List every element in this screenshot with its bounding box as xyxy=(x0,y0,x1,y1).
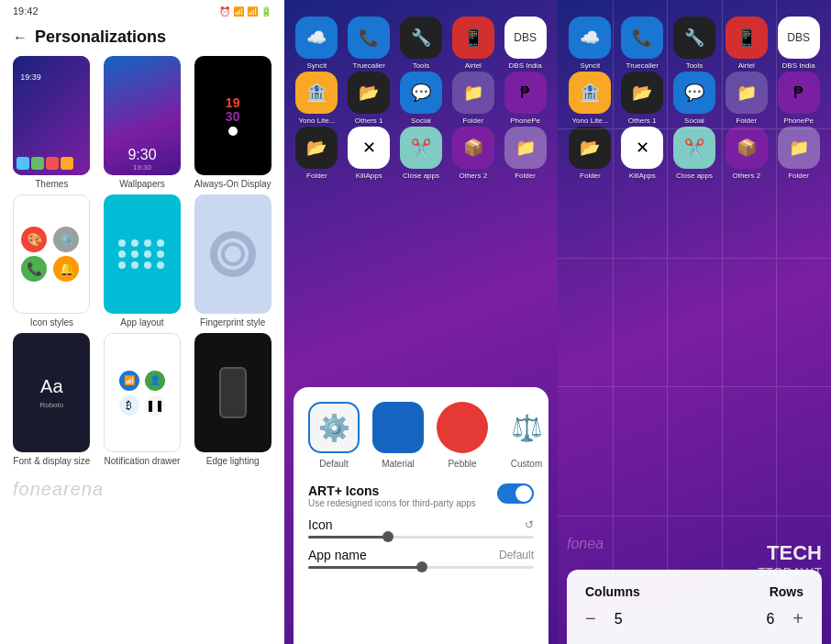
person-icon: 👤 xyxy=(145,371,165,391)
battery-icon: 🔋 xyxy=(260,6,271,17)
icon-slider-fill xyxy=(308,536,387,539)
truecaller-icon: 📞 xyxy=(348,17,390,59)
wallpapers-item[interactable]: 9:30 19:30 Wallpapers xyxy=(100,56,185,189)
rows-counter: 6 + xyxy=(766,608,803,629)
folder1-icon: 📁 xyxy=(452,72,494,114)
font-item[interactable]: Aa Roboto Font & display size xyxy=(9,333,94,466)
list-item[interactable]: 📁 Folder xyxy=(449,72,496,125)
style-option-pebble[interactable]: Pebble xyxy=(437,402,488,469)
art-icons-subtitle: Use redesigned icons for third-party app… xyxy=(308,498,476,508)
is-icon-orange: 🔔 xyxy=(53,256,79,282)
syncit-icon: ☁️ xyxy=(295,17,338,59)
list-item[interactable]: 📂 Folder xyxy=(294,127,340,180)
rows-increment[interactable]: + xyxy=(792,608,803,629)
app-name-label: App name xyxy=(308,548,367,562)
app-layout-label: App layout xyxy=(120,317,163,328)
mid-watermark: fonearena xyxy=(294,618,360,635)
aod-item[interactable]: 19 30 Always-On Display xyxy=(190,56,275,189)
list-item[interactable]: 💬 Social xyxy=(398,72,445,125)
default-style-icon: ⚙️ xyxy=(308,402,360,453)
list-item[interactable]: 📁 Folder xyxy=(502,127,548,180)
list-item[interactable]: 📞 Truecaller xyxy=(346,17,393,70)
killapps-icon: ✕ xyxy=(348,127,390,169)
page-title: Personalizations xyxy=(35,28,166,47)
icon-reset[interactable]: ↺ xyxy=(525,518,534,531)
columns-decrement[interactable]: − xyxy=(585,608,596,629)
icon-setting-label: Icon xyxy=(308,517,332,532)
icon-setting-row: Icon ↺ xyxy=(308,517,534,532)
list-item[interactable]: 🏦 Yono Lite... xyxy=(294,72,340,125)
font-name: Roboto xyxy=(39,401,63,409)
alarm-icon: ⏰ xyxy=(219,6,230,17)
art-icons-title: ART+ Icons xyxy=(308,483,476,498)
status-time: 19:42 xyxy=(13,6,39,17)
app-name-value: Default xyxy=(499,549,534,561)
list-item[interactable]: ✂️ Close apps xyxy=(398,127,445,180)
app-name-slider-thumb[interactable] xyxy=(416,561,427,572)
fingerprint-thumbnail xyxy=(194,194,271,314)
font-label: Font & display size xyxy=(13,456,90,466)
style-option-material[interactable]: Material xyxy=(372,402,424,469)
rows-value: 6 xyxy=(766,611,774,627)
folder2-icon: 📂 xyxy=(295,127,338,169)
app-name-slider-track[interactable] xyxy=(308,566,534,569)
fingerprint-label: Fingerprint style xyxy=(200,317,265,328)
pebble-style-label: Pebble xyxy=(448,459,476,469)
columns-value: 5 xyxy=(615,611,623,627)
font-aa: Aa xyxy=(40,376,62,397)
sim-icon: 📶 xyxy=(233,6,244,17)
edge-phone xyxy=(219,367,247,418)
fingerprint-item[interactable]: Fingerprint style xyxy=(190,194,275,328)
icon-styles-label: Icon styles xyxy=(30,317,73,328)
custom-style-label: Custom xyxy=(511,459,542,469)
icon-slider-track[interactable] xyxy=(308,536,534,539)
icon-slider-thumb[interactable] xyxy=(382,531,393,542)
list-item[interactable]: DBS DBS India xyxy=(502,17,548,70)
notification-item[interactable]: 📶 👤 ₿ ❚❚ Notification drawer xyxy=(100,333,185,466)
columns-label: Columns xyxy=(585,584,640,599)
right-watermark: fonea xyxy=(567,536,604,552)
signal-icon: 📶 xyxy=(247,6,258,17)
aod-red: 19 xyxy=(226,96,240,109)
art-icons-row: ART+ Icons Use redesigned icons for thir… xyxy=(308,483,534,508)
list-item[interactable]: 📂 Others 1 xyxy=(346,72,393,125)
list-item[interactable]: ₱ PhonePe xyxy=(502,72,548,125)
icon-styles-thumbnail: 🎨 ⚙️ 📞 🔔 xyxy=(13,194,90,314)
pebble-style-icon xyxy=(437,402,488,453)
list-item[interactable]: 📦 Others 2 xyxy=(449,127,496,180)
is-icon-red: 🎨 xyxy=(21,227,47,252)
mid-app-grid: ☁️ Syncit 📞 Truecaller 🔧 Tools 📱 Airtel … xyxy=(284,0,558,180)
back-button[interactable]: ← xyxy=(13,29,28,46)
themes-label: Themes xyxy=(35,179,68,189)
others2-icon: 📦 xyxy=(452,127,494,169)
col-row-controls: − 5 6 + xyxy=(585,608,803,629)
app-layout-thumbnail xyxy=(104,194,181,314)
list-item[interactable]: ✕ KillApps xyxy=(346,127,393,180)
status-icons: ⏰ 📶 📶 🔋 xyxy=(219,6,271,17)
list-item[interactable]: 📱 Airtel xyxy=(449,17,496,70)
style-option-default[interactable]: ⚙️ Default xyxy=(308,402,360,469)
nav-bar: ← Personalizations xyxy=(0,22,284,50)
wallpapers-label: Wallpapers xyxy=(119,179,165,189)
edge-item[interactable]: Edge lighting xyxy=(190,333,275,466)
edge-thumbnail xyxy=(194,333,271,452)
wifi-icon: 📶 xyxy=(119,371,139,391)
app-name-slider-fill xyxy=(308,566,421,569)
bottom-sheet: ⚙️ Default Material Pebble ⚖️ Custom ART… xyxy=(294,387,548,644)
social-icon: 💬 xyxy=(400,72,442,114)
right-panel: ☁️ Syncit 📞 Truecaller 🔧 Tools 📱 Airtel … xyxy=(558,0,831,644)
is-icon-green: 📞 xyxy=(21,256,47,282)
list-item[interactable]: 🔧 Tools xyxy=(398,17,445,70)
art-icons-toggle[interactable] xyxy=(497,483,534,504)
list-item[interactable]: ☁️ Syncit xyxy=(294,17,340,70)
wallpapers-thumbnail: 9:30 19:30 xyxy=(104,56,181,175)
aod-thumbnail: 19 30 xyxy=(194,56,271,175)
app-layout-item[interactable]: App layout xyxy=(100,194,185,328)
style-option-custom[interactable]: ⚖️ Custom xyxy=(501,402,552,469)
notification-thumbnail: 📶 👤 ₿ ❚❚ xyxy=(104,333,181,452)
aod-purple: 30 xyxy=(226,110,240,123)
tools-icon: 🔧 xyxy=(400,17,442,59)
themes-item[interactable]: 19:39 Themes xyxy=(9,56,94,189)
icon-styles-item[interactable]: 🎨 ⚙️ 📞 🔔 Icon styles xyxy=(9,194,94,328)
yono-icon: 🏦 xyxy=(295,72,338,114)
